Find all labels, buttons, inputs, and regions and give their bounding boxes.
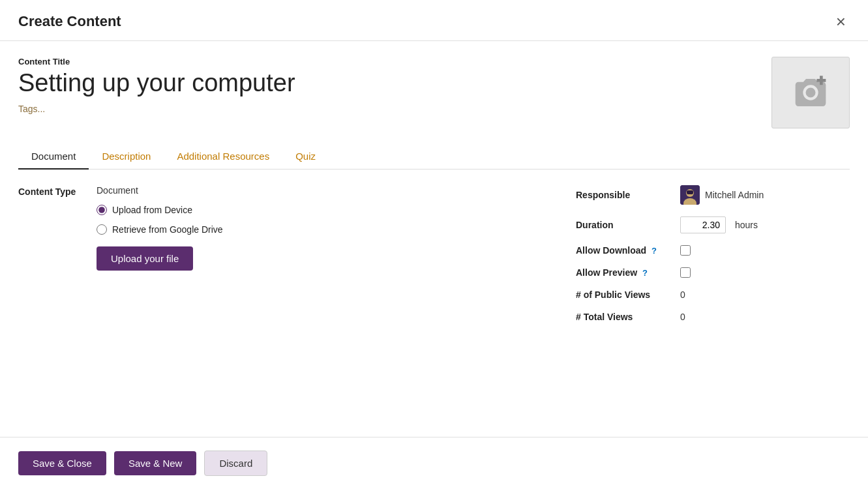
content-type-value: Document [97,185,223,196]
allow-preview-label: Allow Preview ? [576,267,680,278]
tab-quiz[interactable]: Quiz [282,144,329,170]
svg-point-4 [687,192,689,194]
avatar [680,185,700,205]
radio-upload[interactable]: Upload from Device [97,205,223,215]
tags-link[interactable]: Tags... [18,104,45,114]
avatar-img [680,185,700,205]
upload-file-button[interactable]: Upload your file [97,246,193,271]
public-views-value: 0 [680,289,685,300]
tab-content: Content Type Document Upload from Device… [18,170,850,437]
tab-document[interactable]: Document [18,144,89,170]
allow-preview-row: Allow Preview ? [576,267,850,278]
radio-upload-input[interactable] [97,205,107,215]
duration-label: Duration [576,220,680,230]
radio-google[interactable]: Retrieve from Google Drive [97,224,223,235]
duration-row: Duration hours [576,216,850,233]
save-new-button[interactable]: Save & New [114,451,197,475]
total-views-label: # Total Views [576,312,680,322]
tabs: Document Description Additional Resource… [18,144,850,170]
allow-download-checkbox[interactable] [680,245,691,256]
allow-preview-value [680,267,691,278]
allow-download-value [680,245,691,256]
radio-options: Upload from Device Retrieve from Google … [97,205,223,235]
responsible-name: Mitchell Admin [705,190,764,200]
right-panel: Responsible [576,185,850,437]
avatar-svg [680,185,700,205]
public-views-row: # of Public Views 0 [576,289,850,300]
total-views-row: # Total Views 0 [576,312,850,322]
responsible-row: Responsible [576,185,850,205]
responsible-value: Mitchell Admin [680,185,764,205]
allow-download-row: Allow Download ? [576,245,850,256]
left-panel: Content Type Document Upload from Device… [18,185,576,437]
content-type-options: Document Upload from Device Retrieve fro… [97,185,223,271]
close-button[interactable]: × [832,12,850,31]
allow-download-help-icon[interactable]: ? [651,246,657,256]
allow-download-label: Allow Download ? [576,245,680,256]
duration-unit: hours [735,220,758,230]
discard-button[interactable]: Discard [204,451,267,476]
content-title-value: Setting up your computer [18,69,758,98]
radio-google-label: Retrieve from Google Drive [112,224,223,235]
create-content-dialog: Create Content × Content Title Setting u… [0,0,868,489]
cover-photo[interactable] [771,57,850,128]
content-title-label: Content Title [18,57,758,67]
allow-preview-checkbox[interactable] [680,267,691,278]
public-views-label: # of Public Views [576,289,680,300]
content-type-label: Content Type [18,185,97,197]
dialog-body: Content Title Setting up your computer T… [0,41,868,437]
tab-description[interactable]: Description [89,144,164,170]
dialog-title: Create Content [18,13,121,30]
content-top: Content Title Setting up your computer T… [18,57,850,128]
content-left: Content Title Setting up your computer T… [18,57,758,115]
responsible-label: Responsible [576,190,680,200]
dialog-header: Create Content × [0,0,868,41]
duration-input[interactable] [680,216,726,233]
dialog-footer: Save & Close Save & New Discard [0,437,868,489]
radio-google-input[interactable] [97,224,107,235]
total-views-value: 0 [680,312,685,322]
duration-value: hours [680,216,758,233]
svg-point-5 [691,192,693,194]
camera-add-icon [792,74,829,111]
save-close-button[interactable]: Save & Close [18,451,106,475]
tab-additional-resources[interactable]: Additional Resources [164,144,282,170]
radio-upload-label: Upload from Device [112,205,192,215]
svg-rect-3 [687,190,693,194]
content-type-section: Content Type Document Upload from Device… [18,185,537,271]
allow-preview-help-icon[interactable]: ? [642,268,648,278]
